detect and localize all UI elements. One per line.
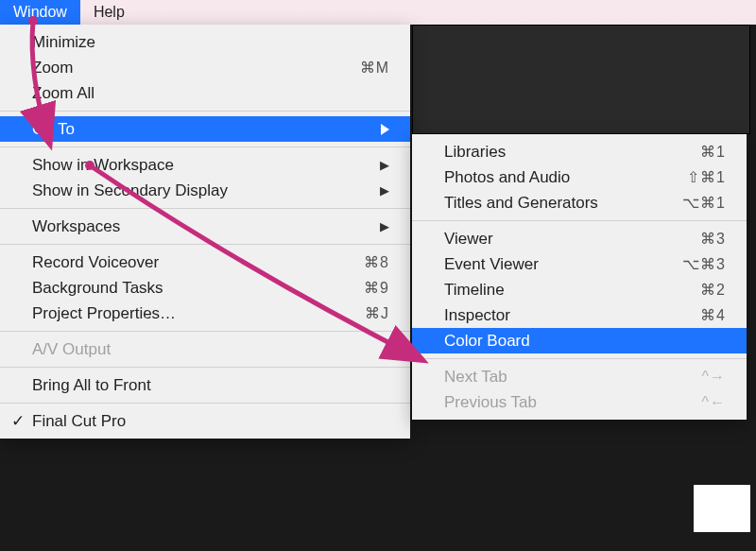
menu-final-cut-label: Final Cut Pro [32, 412, 389, 431]
submenu-arrow-icon: ▶ [380, 183, 389, 198]
menu-go-to-label: Go To [32, 120, 373, 139]
menu-zoom-all[interactable]: Zoom All [0, 80, 410, 106]
submenu-color-board[interactable]: Color Board [412, 328, 747, 353]
submenu-next-tab: Next Tab ^→ [412, 364, 747, 389]
menu-minimize[interactable]: Minimize [0, 29, 410, 55]
separator [0, 111, 410, 112]
go-to-submenu: Libraries ⌘1 Photos and Audio ⇧⌘1 Titles… [412, 134, 747, 420]
submenu-photos-shortcut: ⇧⌘1 [687, 168, 726, 186]
submenu-viewer-shortcut: ⌘3 [700, 230, 726, 248]
submenu-timeline-label: Timeline [444, 281, 700, 300]
menu-av-output-label: A/V Output [32, 340, 389, 359]
submenu-inspector-label: Inspector [444, 306, 700, 325]
menu-bring-front[interactable]: Bring All to Front [0, 372, 410, 398]
submenu-timeline[interactable]: Timeline ⌘2 [412, 277, 747, 302]
submenu-libraries-shortcut: ⌘1 [700, 143, 726, 161]
menu-av-output: A/V Output [0, 336, 410, 362]
menu-project-properties[interactable]: Project Properties… ⌘J [0, 301, 410, 326]
submenu-inspector-shortcut: ⌘4 [700, 306, 726, 324]
submenu-next-tab-shortcut: ^→ [701, 369, 726, 386]
menu-workspaces-label: Workspaces [32, 217, 372, 236]
menu-show-workspace[interactable]: Show in Workspace ▶ [0, 152, 410, 178]
checkmark-icon: ✓ [11, 411, 25, 431]
menubar-window-label: Window [13, 4, 67, 21]
menu-minimize-label: Minimize [32, 33, 389, 52]
menubar-help-label: Help [94, 4, 125, 21]
menu-background-shortcut: ⌘9 [364, 279, 389, 297]
separator [0, 244, 410, 245]
separator [0, 146, 410, 147]
submenu-arrow-icon: ▶ [380, 219, 389, 233]
menu-project-label: Project Properties… [32, 304, 365, 323]
submenu-previous-tab: Previous Tab ^← [412, 389, 747, 415]
submenu-libraries[interactable]: Libraries ⌘1 [412, 139, 747, 164]
separator [0, 403, 410, 404]
window-menu: Minimize Zoom ⌘M Zoom All Go To Show in … [0, 25, 410, 439]
menu-zoom-all-label: Zoom All [32, 84, 389, 103]
submenu-event-viewer[interactable]: Event Viewer ⌥⌘3 [412, 251, 747, 277]
separator [0, 208, 410, 209]
submenu-photos-audio[interactable]: Photos and Audio ⇧⌘1 [412, 164, 747, 190]
menubar-help[interactable]: Help [80, 0, 138, 25]
submenu-arrow-icon [381, 124, 389, 135]
menu-show-workspace-label: Show in Workspace [32, 156, 372, 175]
submenu-viewer-label: Viewer [444, 230, 700, 249]
menu-show-secondary[interactable]: Show in Secondary Display ▶ [0, 178, 410, 203]
menu-background-tasks[interactable]: Background Tasks ⌘9 [0, 275, 410, 301]
submenu-libraries-label: Libraries [444, 143, 700, 162]
menu-record-label: Record Voiceover [32, 253, 364, 272]
submenu-prev-tab-shortcut: ^← [701, 394, 726, 411]
menu-project-shortcut: ⌘J [365, 304, 389, 322]
separator [412, 220, 747, 221]
submenu-timeline-shortcut: ⌘2 [700, 281, 726, 299]
menu-zoom-label: Zoom [32, 59, 360, 77]
submenu-next-tab-label: Next Tab [444, 368, 701, 387]
submenu-titles-label: Titles and Generators [444, 194, 682, 213]
menubar: Window Help [0, 0, 756, 25]
separator [0, 367, 410, 368]
separator [412, 358, 747, 359]
submenu-titles-shortcut: ⌥⌘1 [682, 194, 726, 212]
menu-record-voiceover[interactable]: Record Voiceover ⌘8 [0, 250, 410, 275]
menu-show-secondary-label: Show in Secondary Display [32, 181, 372, 200]
menu-record-shortcut: ⌘8 [364, 253, 389, 271]
menu-bring-front-label: Bring All to Front [32, 376, 389, 395]
submenu-photos-label: Photos and Audio [444, 168, 687, 187]
menu-zoom-shortcut: ⌘M [360, 59, 389, 77]
menu-final-cut-pro[interactable]: ✓ Final Cut Pro [0, 408, 410, 434]
submenu-event-viewer-label: Event Viewer [444, 255, 682, 274]
menu-zoom[interactable]: Zoom ⌘M [0, 55, 410, 80]
submenu-titles-generators[interactable]: Titles and Generators ⌥⌘1 [412, 190, 747, 215]
menu-workspaces[interactable]: Workspaces ▶ [0, 214, 410, 239]
submenu-color-board-label: Color Board [444, 332, 726, 351]
submenu-viewer[interactable]: Viewer ⌘3 [412, 226, 747, 251]
menubar-window[interactable]: Window [0, 0, 80, 25]
separator [0, 331, 410, 332]
menu-go-to[interactable]: Go To [0, 116, 410, 142]
menu-background-label: Background Tasks [32, 279, 364, 298]
submenu-inspector[interactable]: Inspector ⌘4 [412, 302, 747, 328]
submenu-arrow-icon: ▶ [380, 158, 389, 172]
submenu-prev-tab-label: Previous Tab [444, 393, 701, 412]
submenu-event-viewer-shortcut: ⌥⌘3 [682, 255, 726, 273]
background-corner [694, 485, 750, 532]
background-panel [412, 25, 750, 134]
